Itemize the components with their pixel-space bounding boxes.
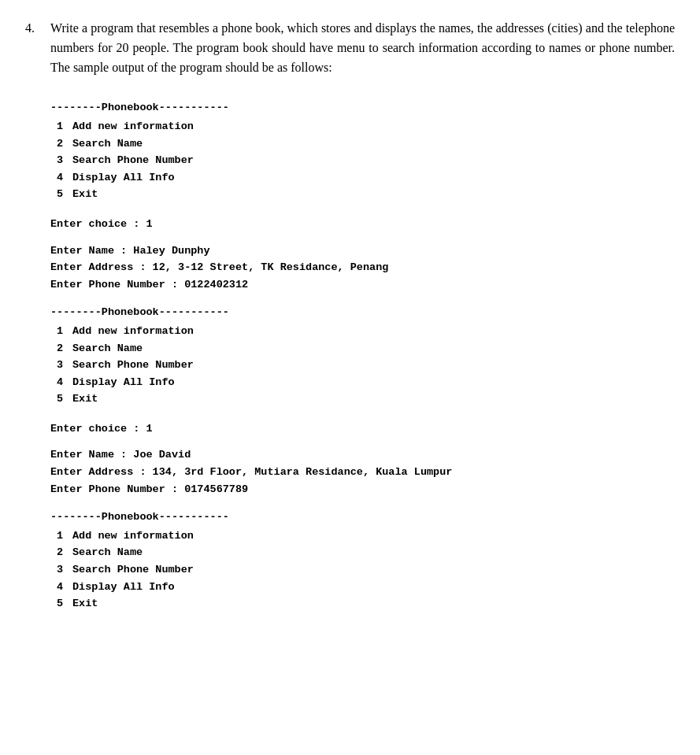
menu-item-1-2: 2Search Name (50, 135, 675, 153)
entry-phone-2: Enter Phone Number : 0174567789 (50, 481, 675, 498)
menu-item-3-2: 2Search Name (50, 544, 675, 561)
menu-item-2-1: 1Add new information (50, 323, 675, 340)
question-number: 4. (25, 19, 50, 38)
sample-output: --------Phonebook----------- 1Add new in… (50, 99, 675, 612)
phonebook-header-2: --------Phonebook----------- (50, 304, 675, 321)
menu-item-2-5: 5Exit (50, 390, 675, 408)
entry-name-2: Enter Name : Joe David (50, 446, 675, 464)
menu-item-1-1: 1Add new information (50, 118, 675, 135)
menu-item-2-2: 2Search Name (50, 340, 675, 357)
question-text: Write a program that resembles a phone b… (50, 19, 675, 77)
phonebook-header-1: --------Phonebook----------- (50, 99, 675, 117)
menu-item-1-5: 5Exit (50, 186, 675, 203)
entry-address-1: Enter Address : 12, 3-12 Street, TK Resi… (50, 259, 675, 276)
menu-item-2-4: 4Display All Info (50, 374, 675, 391)
phonebook-menu-2: --------Phonebook----------- 1Add new in… (50, 304, 675, 408)
menu-item-3-4: 4Display All Info (50, 579, 675, 596)
menu-item-3-3: 3Search Phone Number (50, 561, 675, 579)
entry-address-2: Enter Address : 134, 3rd Floor, Mutiara … (50, 464, 675, 481)
phonebook-header-3: --------Phonebook----------- (50, 509, 675, 526)
prompt-2: Enter choice : 1 (50, 420, 675, 438)
menu-item-1-4: 4Display All Info (50, 169, 675, 187)
menu-item-1-3: 3Search Phone Number (50, 152, 675, 169)
phonebook-menu-1: --------Phonebook----------- 1Add new in… (50, 99, 675, 203)
menu-item-3-5: 5Exit (50, 595, 675, 613)
entry-name-1: Enter Name : Haley Dunphy (50, 242, 675, 260)
menu-item-3-1: 1Add new information (50, 527, 675, 545)
question: 4. Write a program that resembles a phon… (25, 19, 675, 77)
menu-item-2-3: 3Search Phone Number (50, 357, 675, 374)
entry-phone-1: Enter Phone Number : 0122402312 (50, 276, 675, 294)
prompt-1: Enter choice : 1 (50, 216, 675, 233)
phonebook-menu-3: --------Phonebook----------- 1Add new in… (50, 509, 675, 613)
